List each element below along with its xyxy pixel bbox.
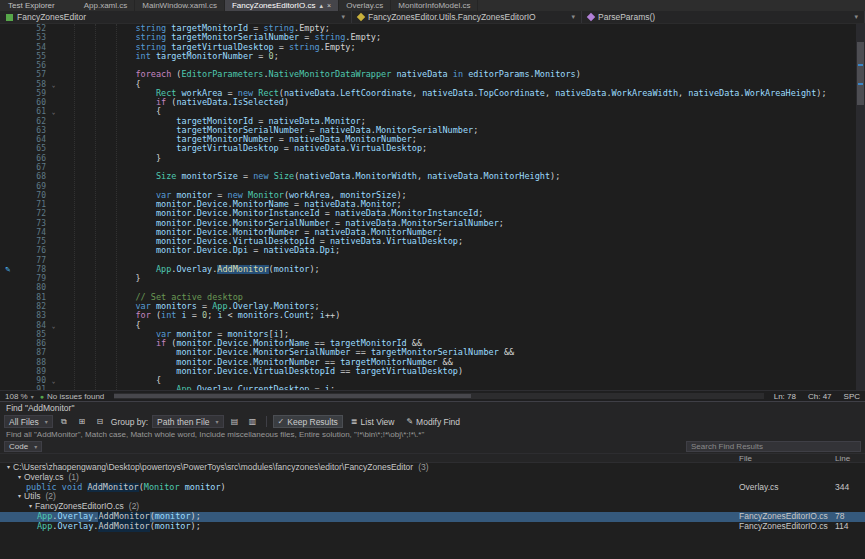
expand-all-icon[interactable]: ⊞	[75, 415, 89, 428]
editor-horizontal-scrollbar[interactable]	[114, 393, 763, 399]
editor-vertical-scrollbar[interactable]	[856, 24, 865, 390]
result-code-token: Overlay	[57, 512, 93, 522]
tab-label: MonitorInfoModel.cs	[398, 1, 470, 10]
code-token: Overlay	[197, 385, 233, 390]
line-number: 62	[16, 117, 46, 126]
code-editor[interactable]: 52 string targetMonitorId = string.Empty…	[0, 24, 865, 390]
member-dropdown[interactable]: ParseParams() ▾	[582, 11, 865, 23]
result-main: App.Overlay.AddMonitor(monitor);	[0, 522, 739, 532]
code-token: (	[171, 70, 181, 79]
match-count: (2)	[129, 502, 139, 512]
fold-chevron-icon[interactable]: ⌄	[46, 321, 61, 330]
fold-chevron-icon[interactable]: ⌄	[46, 376, 61, 385]
code-token: WorkAreaWidth	[612, 89, 679, 98]
result-code-token: AddMonitor	[98, 512, 149, 522]
code-token	[74, 385, 176, 390]
pin-icon[interactable]: ▴	[320, 2, 324, 10]
code-line[interactable]: 79 }	[0, 274, 856, 283]
line-number: 70	[16, 191, 46, 200]
find-result-group[interactable]: ▾Utils(2)	[0, 492, 865, 502]
gutter-margin	[0, 61, 16, 70]
code-token: foreach	[135, 70, 171, 79]
outline-margin	[46, 302, 61, 311]
line-number: 79	[16, 274, 46, 283]
code-token: nativeData	[263, 246, 314, 255]
document-health-indicator[interactable]: ● No issues found	[40, 392, 105, 401]
line-number: 56	[16, 61, 46, 70]
gutter-padding	[61, 33, 74, 42]
code-line[interactable]: 68 Size monitorSize = new Size(nativeDat…	[0, 172, 856, 181]
outline-margin	[46, 33, 61, 42]
zoom-dropdown[interactable]: 108 % ▾	[5, 392, 34, 401]
gutter-padding	[61, 237, 74, 246]
expander-icon[interactable]: ▾	[15, 473, 24, 483]
find-result-group[interactable]: ▾Overlay.cs(1)	[0, 473, 865, 483]
code-line[interactable]: 76 monitor.Device.Dpi = nativeData.Dpi;	[0, 246, 856, 255]
group-label: FancyZonesEditorIO.cs	[35, 502, 124, 512]
scrollbar-thumb[interactable]	[114, 394, 471, 398]
find-result-group[interactable]: ▾C:\Users\zhaopengwang\Desktop\powertoys…	[0, 463, 865, 473]
gutter-padding	[61, 256, 74, 265]
file-column-header[interactable]: File	[739, 454, 835, 463]
group-by-label: Group by:	[111, 417, 148, 427]
gutter-margin	[0, 219, 16, 228]
code-token: Dpi	[320, 246, 335, 255]
scope-dropdown[interactable]: All Files ▾	[4, 415, 53, 428]
tab-test-explorer[interactable]: Test Explorer	[0, 0, 63, 11]
code-token: monitorSize	[182, 172, 238, 181]
fold-chevron-icon[interactable]: ⌄	[46, 107, 61, 116]
tab-monitorinfomodel-cs[interactable]: MonitorInfoModel.cs	[391, 0, 478, 11]
find-result-row[interactable]: App.Overlay.AddMonitor(monitor);FancyZon…	[0, 512, 865, 522]
gutter-padding	[61, 80, 74, 89]
gutter-padding	[61, 358, 74, 367]
code-line[interactable]: 66 }	[0, 154, 856, 163]
list-view-toggle[interactable]: ≣ List View	[347, 415, 399, 428]
expander-icon[interactable]: ▾	[4, 463, 13, 473]
code-line[interactable]: 91 App.Overlay.CurrentDesktop = i;	[0, 385, 856, 390]
results-column-headers: File Line	[0, 453, 865, 463]
scrollbar-thumb[interactable]	[857, 42, 864, 104]
columns-view-icon[interactable]: ▥	[246, 415, 260, 428]
rows-view-icon[interactable]: ▤	[228, 415, 242, 428]
group-by-dropdown[interactable]: Path then File ▾	[152, 415, 223, 428]
result-line: 344	[835, 483, 865, 493]
tab-app-xaml-cs[interactable]: App.xaml.cs	[77, 0, 136, 11]
chevron-down-icon: ▾	[34, 443, 37, 450]
line-number: 85	[16, 330, 46, 339]
project-dropdown[interactable]: FancyZonesEditor ▾	[0, 11, 352, 23]
gutter-padding	[61, 302, 74, 311]
gutter-padding	[61, 339, 74, 348]
result-file: FancyZonesEditorIO.cs	[739, 512, 835, 522]
code-line[interactable]: 55 int targetMonitorNumber = 0;	[0, 52, 856, 61]
gutter-padding	[61, 117, 74, 126]
type-dropdown[interactable]: FancyZonesEditor.Utils.FancyZonesEditorI…	[352, 11, 582, 23]
result-file: FancyZonesEditorIO.cs	[739, 522, 835, 532]
gutter-padding	[61, 330, 74, 339]
line-number: 91	[16, 385, 46, 390]
copy-icon[interactable]: ⧉	[57, 415, 71, 428]
collapse-all-icon[interactable]: ⊟	[93, 415, 107, 428]
modify-find-button[interactable]: ✎ Modify Find	[402, 415, 464, 428]
tab-mainwindow-xaml-cs[interactable]: MainWindow.xaml.cs	[135, 0, 225, 11]
expander-icon[interactable]: ▾	[15, 492, 24, 502]
find-result-group[interactable]: ▾FancyZonesEditorIO.cs(2)	[0, 502, 865, 512]
gutter-margin	[0, 24, 16, 33]
expander-icon[interactable]: ▾	[26, 502, 35, 512]
close-icon[interactable]: ×	[327, 2, 331, 9]
tab-fancyzoneseditorio-cs[interactable]: FancyZonesEditorIO.cs▴×	[225, 0, 339, 11]
tab-overlay-cs[interactable]: Overlay.cs	[339, 0, 391, 11]
gutter-padding	[61, 274, 74, 283]
keep-results-toggle[interactable]: ✓ Keep Results	[273, 415, 343, 428]
code-filter-dropdown[interactable]: Code ▾	[4, 441, 42, 452]
code-token: monitor	[176, 367, 212, 376]
find-summary: Find all "AddMonitor", Match case, Match…	[0, 430, 865, 440]
search-find-results-input[interactable]	[686, 441, 861, 452]
find-result-row[interactable]: public void AddMonitor(Monitor monitor)O…	[0, 483, 865, 493]
result-main: ▾Utils(2)	[0, 492, 739, 502]
fold-chevron-icon[interactable]: ⌄	[46, 80, 61, 89]
line-column-header[interactable]: Line	[835, 454, 865, 463]
find-result-row[interactable]: App.Overlay.AddMonitor(monitor);FancyZon…	[0, 522, 865, 532]
column-indicator: Ch: 47	[808, 392, 832, 401]
chevron-down-icon: ▾	[45, 418, 48, 425]
code-token: ;	[499, 219, 504, 228]
